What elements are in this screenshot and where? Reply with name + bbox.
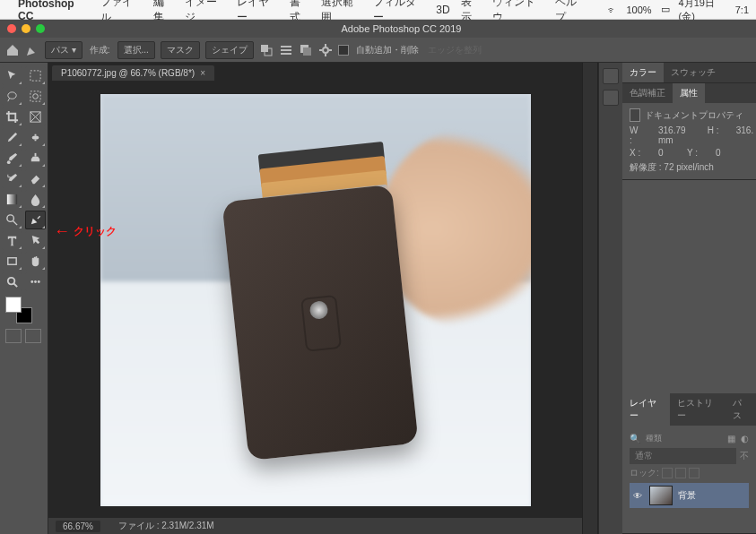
quick-select-tool[interactable]: [25, 87, 46, 106]
menu-3d[interactable]: 3D: [436, 4, 449, 16]
titlebar: Adobe Photoshop CC 2019: [0, 20, 756, 38]
close-tab-icon[interactable]: ×: [200, 68, 205, 78]
layer-name[interactable]: 背景: [678, 489, 696, 502]
clone-stamp-tool[interactable]: [25, 149, 46, 168]
window-title: Adobe Photoshop CC 2019: [54, 23, 749, 34]
svg-rect-8: [30, 71, 39, 81]
rectangle-shape-tool[interactable]: [2, 252, 22, 271]
svg-point-9: [8, 92, 16, 99]
battery-icon: ▭: [661, 4, 670, 15]
close-window-button[interactable]: [7, 24, 16, 33]
filter-icon-2[interactable]: ◐: [741, 434, 749, 444]
tab-layers[interactable]: レイヤー: [622, 393, 670, 426]
blend-mode-dropdown[interactable]: 通常: [630, 448, 736, 464]
make-shape-button[interactable]: シェイプ: [205, 41, 254, 59]
search-icon[interactable]: 🔍: [630, 434, 640, 444]
eyedropper-tool[interactable]: [2, 128, 22, 147]
prop-w-value[interactable]: 316.79 mm: [658, 125, 691, 145]
crop-tool[interactable]: [2, 108, 22, 126]
document-tab[interactable]: P1060772.jpg @ 66.7% (RGB/8*) ×: [52, 65, 214, 81]
make-selection-button[interactable]: 選択...: [117, 41, 155, 59]
dodge-tool[interactable]: [2, 211, 22, 229]
type-tool[interactable]: [2, 231, 22, 250]
svg-point-22: [37, 280, 39, 283]
canvas-viewport[interactable]: [48, 82, 582, 518]
screen-mode-button[interactable]: [25, 329, 41, 343]
layers-panel-group: レイヤー ヒストリー パス 🔍 種類 ▦ ◐ 通常: [622, 393, 756, 534]
zoom-window-button[interactable]: [36, 24, 45, 33]
prop-x-label: X :: [630, 148, 642, 158]
foreground-color[interactable]: [5, 297, 22, 313]
filter-icon-1[interactable]: ▦: [727, 434, 735, 444]
rect-marquee-tool[interactable]: [25, 66, 46, 85]
dock-icon-1[interactable]: [603, 68, 619, 84]
path-align-icon[interactable]: [279, 43, 293, 57]
prop-w-label: W :: [630, 125, 642, 145]
gradient-tool[interactable]: [2, 190, 22, 209]
path-arrange-icon[interactable]: [299, 43, 313, 57]
toolbox: [0, 63, 48, 534]
lock-pixels-button[interactable]: [662, 468, 673, 478]
layer-item-background[interactable]: 👁 背景: [630, 483, 749, 508]
edit-toolbar-button[interactable]: [25, 272, 46, 291]
properties-title: ドキュメントプロパティ: [645, 109, 743, 122]
svg-point-21: [34, 280, 37, 283]
menu-time[interactable]: 7:1: [735, 4, 749, 15]
quick-mask-button[interactable]: [5, 329, 22, 343]
eraser-tool[interactable]: [25, 169, 46, 188]
tab-history[interactable]: ヒストリー: [670, 393, 726, 426]
blur-tool[interactable]: [25, 190, 46, 209]
prop-y-value[interactable]: 0: [716, 148, 728, 158]
move-tool[interactable]: [2, 66, 22, 85]
document-icon: [630, 108, 640, 122]
minimize-window-button[interactable]: [22, 24, 30, 33]
svg-rect-3: [281, 49, 291, 51]
lock-position-button[interactable]: [675, 468, 686, 478]
tab-paths[interactable]: パス: [726, 393, 756, 426]
make-label: 作成:: [88, 44, 112, 56]
gear-icon[interactable]: [318, 43, 333, 57]
app-name[interactable]: Photoshop CC: [18, 0, 90, 22]
auto-add-delete-label: 自動追加・削除: [354, 44, 421, 56]
align-edges-label: エッジを整列: [426, 44, 483, 56]
history-brush-tool[interactable]: [2, 169, 22, 188]
svg-rect-15: [34, 153, 36, 157]
path-ops-icon[interactable]: [259, 43, 274, 57]
layer-thumbnail[interactable]: [649, 486, 673, 505]
options-bar: パス ▾ 作成: 選択... マスク シェイプ 自動追加・削除 エッジを整列: [0, 38, 756, 63]
brush-tool[interactable]: [2, 149, 22, 168]
svg-point-17: [7, 215, 14, 222]
healing-brush-tool[interactable]: [25, 128, 46, 147]
auto-add-delete-checkbox[interactable]: [338, 45, 349, 56]
tab-adjustments[interactable]: 色調補正: [622, 83, 673, 103]
home-icon[interactable]: [5, 43, 20, 57]
zoom-tool[interactable]: [2, 272, 22, 291]
panel-gap: [582, 63, 598, 534]
hand-tool[interactable]: [25, 252, 46, 271]
lock-all-button[interactable]: [689, 468, 700, 478]
app-window: Adobe Photoshop CC 2019 パス ▾ 作成: 選択... マ…: [0, 20, 756, 534]
lasso-tool[interactable]: [2, 87, 22, 106]
canvas[interactable]: [100, 94, 531, 506]
make-mask-button[interactable]: マスク: [161, 41, 200, 59]
frame-tool[interactable]: [25, 108, 46, 126]
path-select-tool[interactable]: [25, 231, 46, 250]
wifi-icon[interactable]: ᯤ: [607, 4, 617, 15]
tab-swatches[interactable]: スウォッチ: [664, 63, 723, 82]
tab-color[interactable]: カラー: [622, 63, 664, 82]
pen-tool[interactable]: [25, 211, 46, 229]
opacity-label: 不: [740, 450, 749, 462]
visibility-toggle-icon[interactable]: 👁: [631, 491, 644, 501]
dock-icon-2[interactable]: [603, 90, 619, 106]
lock-label: ロック:: [630, 467, 659, 479]
zoom-level[interactable]: 66.67%: [56, 521, 100, 532]
tab-properties[interactable]: 属性: [673, 83, 705, 103]
color-swatches[interactable]: [5, 297, 32, 323]
prop-x-value[interactable]: 0: [658, 148, 671, 158]
prop-h-value[interactable]: 316.: [736, 125, 749, 145]
color-panel-group: カラー スウォッチ: [622, 63, 756, 83]
file-size-status: ファイル : 2.31M/2.31M: [118, 520, 214, 532]
layer-filter-dropdown[interactable]: 種類: [646, 433, 662, 444]
battery-status[interactable]: 100%: [626, 4, 651, 15]
path-mode-dropdown[interactable]: パス ▾: [45, 41, 83, 59]
